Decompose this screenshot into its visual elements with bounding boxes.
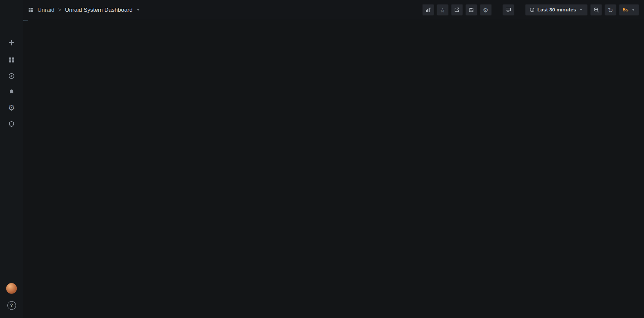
dashboard-title[interactable]: Unraid System Dashboard xyxy=(65,7,132,13)
time-range-label: Last 30 minutes xyxy=(537,7,576,13)
grafana-app: ⚙ ? Unraid > Unraid System Dashboard ☆ ⚙… xyxy=(0,0,644,318)
topbar: Unraid > Unraid System Dashboard ☆ ⚙ Las… xyxy=(23,0,644,20)
grafana-logo[interactable] xyxy=(0,3,23,17)
explore-compass-icon[interactable] xyxy=(0,71,23,81)
dashboard-settings-button[interactable]: ⚙ xyxy=(480,4,492,15)
breadcrumb-folder[interactable]: Unraid xyxy=(38,7,55,13)
sidebar: ⚙ ? xyxy=(0,0,23,318)
refresh-interval-label: 5s xyxy=(623,7,628,13)
add-panel-button[interactable] xyxy=(422,4,434,15)
create-icon[interactable] xyxy=(0,38,23,48)
help-icon[interactable]: ? xyxy=(0,300,23,310)
dashboard-canvas: kWh Price 0.65 Currency kr UPS Max Outpu… xyxy=(23,20,28,21)
server-admin-shield-icon[interactable] xyxy=(0,119,23,129)
zoom-out-time-button[interactable] xyxy=(590,4,602,15)
time-range-picker[interactable]: Last 30 minutes xyxy=(525,4,588,15)
refresh-interval-picker[interactable]: 5s xyxy=(619,4,639,15)
star-dashboard-button[interactable]: ☆ xyxy=(436,4,449,15)
topbar-actions: ☆ ⚙ Last 30 minutes ↻ 5s xyxy=(422,4,639,15)
configuration-gear-icon[interactable]: ⚙ xyxy=(0,103,23,112)
user-avatar[interactable] xyxy=(0,283,23,294)
dashboard-grid-icon[interactable] xyxy=(28,7,34,13)
breadcrumb: Unraid > Unraid System Dashboard xyxy=(28,7,140,13)
dashboards-icon[interactable] xyxy=(0,55,23,65)
refresh-button[interactable]: ↻ xyxy=(605,4,617,15)
save-dashboard-button[interactable] xyxy=(465,4,477,15)
chevron-down-icon[interactable] xyxy=(136,8,140,12)
alerting-bell-icon[interactable] xyxy=(0,87,23,97)
cycle-view-monitor-button[interactable] xyxy=(502,4,514,15)
breadcrumb-separator: > xyxy=(58,7,61,13)
share-dashboard-button[interactable] xyxy=(451,4,463,15)
